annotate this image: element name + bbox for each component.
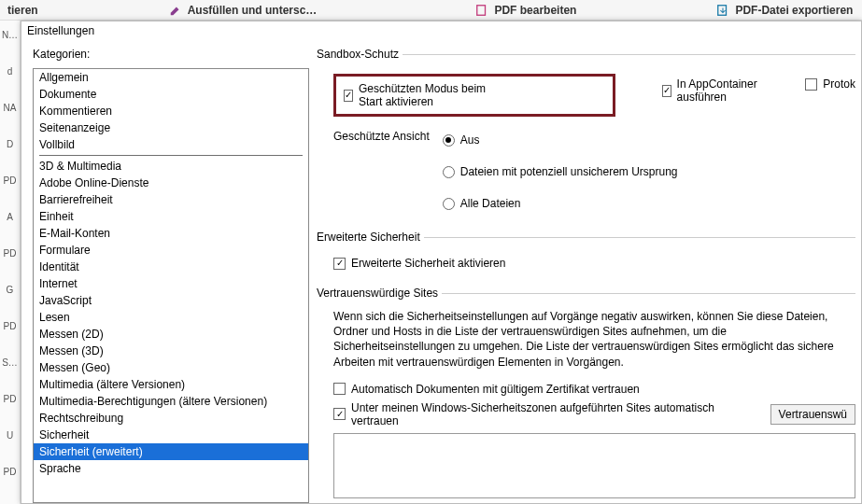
toolbar-label: tieren [7, 4, 38, 17]
category-item[interactable]: Identität [34, 259, 308, 275]
category-item[interactable]: Formulare [34, 242, 308, 259]
category-item[interactable]: Multimedia (ältere Versionen) [34, 376, 308, 393]
protected-mode-label: Geschützten Modus beim Start aktivieren [359, 82, 501, 108]
toolbar-item-fill-sign[interactable]: Ausfüllen und untersc… [169, 4, 318, 17]
protected-view-off-label: Aus [460, 133, 480, 147]
svg-rect-0 [477, 5, 486, 15]
category-item[interactable]: Kommentieren [34, 103, 308, 119]
protected-view-off-radio[interactable] [443, 134, 455, 147]
dialog-title: Einstellungen [21, 21, 861, 40]
category-item[interactable]: Allgemein [34, 69, 308, 86]
pencil-icon [169, 4, 182, 17]
protok-label: Protok [823, 77, 855, 91]
bg-text: NA [4, 103, 17, 113]
bg-text: PD [4, 321, 17, 331]
category-item[interactable]: Sicherheit (erweitert) [34, 443, 308, 460]
category-item[interactable]: Barrierefreiheit [34, 191, 308, 208]
sandbox-legend: Sandbox-Schutz [317, 48, 403, 61]
enhanced-security-checkbox[interactable] [333, 258, 346, 270]
protected-mode-highlight: Geschützten Modus beim Start aktivieren [333, 74, 615, 117]
category-item[interactable]: Vollbild [34, 136, 308, 153]
auto-trust-cert-checkbox[interactable] [333, 383, 346, 395]
trusted-legend: Vertrauenswürdige Sites [317, 287, 442, 300]
appcontainer-checkbox[interactable] [662, 85, 671, 97]
bg-text: A [7, 212, 13, 222]
enhanced-security-label: Erweiterte Sicherheit aktivieren [351, 257, 505, 270]
toolbar-item[interactable]: tieren [7, 4, 38, 17]
settings-content: Sandbox-Schutz Geschützten Modus beim St… [317, 48, 855, 503]
app-toolbar: tieren Ausfüllen und untersc… PDF bearbe… [0, 0, 862, 21]
background-sidebar: N… d NA D PD A PD G PD S… PD U PD h [0, 21, 21, 504]
trusted-sites-group: Vertrauenswürdige Sites Wenn sich die Si… [317, 287, 855, 503]
protected-mode-checkbox[interactable] [344, 90, 353, 102]
edit-pdf-icon [475, 4, 488, 17]
trusted-sites-listbox[interactable] [333, 433, 855, 498]
category-item[interactable]: E-Mail-Konten [34, 225, 308, 242]
enhanced-legend: Erweiterte Sicherheit [317, 231, 424, 244]
category-item[interactable]: Internet [34, 275, 308, 292]
bg-text: G [7, 285, 14, 295]
export-pdf-icon [716, 4, 729, 17]
bg-text: PD [4, 394, 17, 404]
category-item[interactable]: JavaScript [34, 292, 308, 309]
category-item[interactable]: Sicherheit [34, 427, 308, 443]
categories-list[interactable]: AllgemeinDokumenteKommentierenSeitenanze… [33, 68, 309, 503]
appcontainer-label: In AppContainer ausführen [677, 77, 769, 104]
toolbar-label: PDF bearbeiten [494, 4, 576, 17]
bg-text: PD [4, 248, 17, 259]
category-item[interactable]: 3D & Multimedia [34, 158, 308, 175]
bg-text: S… [2, 357, 18, 368]
protected-view-all-radio[interactable] [443, 198, 455, 210]
category-item[interactable]: Dokumente [34, 86, 308, 103]
category-item[interactable]: Multimedia-Berechtigungen (ältere Versio… [34, 393, 308, 410]
bg-text: PD [4, 175, 17, 186]
bg-text: N… [2, 30, 18, 40]
bg-text: D [7, 139, 13, 149]
category-item[interactable]: Messen (3D) [34, 343, 308, 359]
category-item[interactable]: Adobe Online-Dienste [34, 175, 308, 191]
category-item[interactable]: Lesen [34, 309, 308, 326]
preferences-dialog: Einstellungen Kategorien: AllgemeinDokum… [21, 21, 862, 504]
toolbar-label: PDF-Datei exportieren [735, 4, 853, 17]
trusted-description: Wenn sich die Sicherheitseinstellungen a… [317, 309, 855, 377]
protected-view-all-label: Alle Dateien [460, 197, 521, 210]
category-item[interactable]: Seitenanzeige [34, 119, 308, 136]
bg-text: U [7, 430, 13, 441]
categories-label: Kategorien: [33, 48, 309, 61]
trusted-sites-button[interactable]: Vertrauenswü [770, 404, 855, 425]
protok-checkbox[interactable] [805, 78, 817, 91]
category-item[interactable]: Messen (2D) [34, 326, 308, 343]
category-item[interactable]: Messen (Geo) [34, 359, 308, 376]
protected-view-label: Geschützte Ansicht [333, 130, 430, 143]
bg-text: PD [4, 467, 17, 477]
enhanced-security-group: Erweiterte Sicherheit Erweiterte Sicherh… [317, 231, 855, 287]
toolbar-item-edit-pdf[interactable]: PDF bearbeiten [475, 4, 576, 17]
auto-trust-cert-label: Automatisch Dokumenten mit gültigem Zert… [351, 383, 640, 396]
category-item[interactable]: Einheit [34, 208, 308, 225]
category-separator [39, 155, 303, 156]
protected-view-potential-label: Dateien mit potenziell unsicherem Urspru… [460, 165, 678, 178]
sandbox-group: Sandbox-Schutz Geschützten Modus beim St… [317, 48, 855, 231]
category-item[interactable]: Rechtschreibung [34, 410, 308, 427]
toolbar-label: Ausfüllen und untersc… [188, 4, 318, 17]
toolbar-item-export-pdf[interactable]: PDF-Datei exportieren [716, 4, 853, 17]
auto-trust-win-checkbox[interactable] [333, 408, 346, 420]
category-item[interactable]: Sprache [34, 460, 308, 477]
bg-text: d [7, 66, 13, 77]
protected-view-potential-radio[interactable] [443, 166, 455, 178]
auto-trust-win-label: Unter meinen Windows-Sicherheitszonen au… [351, 401, 765, 427]
